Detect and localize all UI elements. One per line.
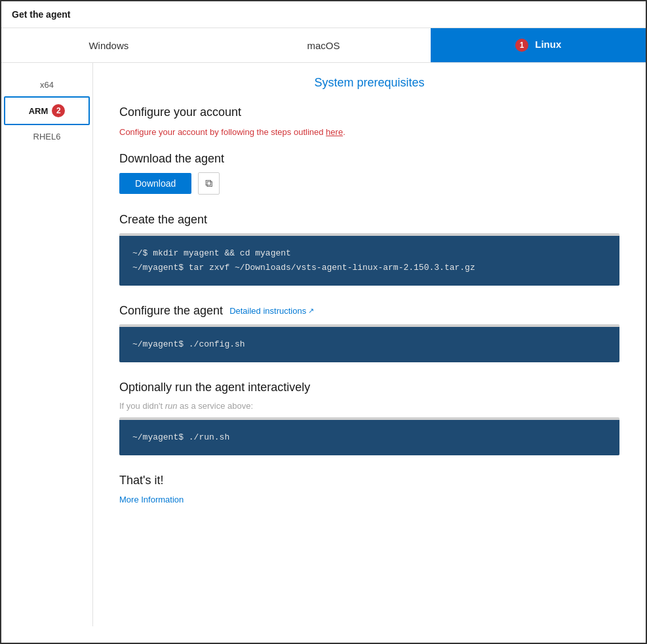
create-agent-code: ~/$ mkdir myagent && cd myagent ~/myagen… — [119, 236, 619, 286]
copy-icon: ⧉ — [205, 178, 212, 189]
download-button[interactable]: Download — [119, 173, 191, 194]
configure-account-link[interactable]: here — [326, 127, 343, 137]
run-agent-code-wrapper: ~/myagent$ ./run.sh — [119, 417, 619, 455]
app-window: Get the agent Windows macOS 1 Linux x64 … — [0, 0, 647, 644]
optional-desc-prefix: If you didn't — [119, 401, 165, 411]
run-agent-code: ~/myagent$ ./run.sh — [119, 420, 619, 455]
optional-desc-suffix: as a service above: — [178, 401, 254, 411]
detailed-instructions-link[interactable]: Detailed instructions ↗ — [229, 306, 314, 316]
create-agent-code-line2: ~/myagent$ tar zxvf ~/Downloads/vsts-age… — [132, 263, 475, 273]
run-agent-code-line1: ~/myagent$ ./run.sh — [132, 432, 229, 442]
download-agent-title: Download the agent — [119, 152, 619, 166]
sidebar-arm-badge: 2 — [52, 104, 65, 117]
system-prerequisites-title: System prerequisites — [119, 76, 619, 90]
detailed-instructions-label: Detailed instructions — [229, 306, 306, 316]
configure-agent-header: Configure the agent Detailed instruction… — [119, 304, 619, 318]
configure-agent-code-line1: ~/myagent$ ./config.sh — [132, 339, 245, 349]
title-bar: Get the agent — [1, 1, 646, 28]
configure-agent-title: Configure the agent — [119, 304, 223, 318]
tab-linux-badge: 1 — [515, 39, 528, 52]
sidebar-arm-label: ARM — [29, 106, 49, 116]
tab-macos[interactable]: macOS — [216, 28, 431, 62]
tab-windows[interactable]: Windows — [1, 28, 216, 62]
configure-account-title: Configure your account — [119, 105, 619, 119]
tab-windows-label: Windows — [88, 40, 128, 51]
configure-agent-code-wrapper: ~/myagent$ ./config.sh — [119, 324, 619, 362]
content-area: x64 ARM 2 RHEL6 System prerequisites Con… — [1, 63, 646, 626]
sidebar-item-rhel6[interactable]: RHEL6 — [1, 125, 92, 148]
optionally-run-title: Optionally run the agent interactively — [119, 381, 619, 394]
external-link-icon: ↗ — [308, 307, 314, 315]
configure-account-desc-suffix: . — [343, 127, 345, 137]
create-agent-code-wrapper: ~/$ mkdir myagent && cd myagent ~/myagen… — [119, 233, 619, 286]
copy-button[interactable]: ⧉ — [198, 172, 220, 195]
title-bar-text: Get the agent — [12, 9, 70, 20]
tab-linux[interactable]: 1 Linux — [431, 28, 646, 62]
tab-macos-label: macOS — [307, 40, 340, 51]
more-information-link[interactable]: More Information — [119, 495, 184, 504]
sidebar: x64 ARM 2 RHEL6 — [1, 63, 93, 626]
create-agent-title: Create the agent — [119, 213, 619, 227]
optional-run-italic: run — [165, 401, 178, 411]
sidebar-x64-label: x64 — [40, 80, 54, 90]
main-content: System prerequisites Configure your acco… — [93, 63, 646, 626]
download-area: Download ⧉ — [119, 172, 619, 195]
configure-agent-code: ~/myagent$ ./config.sh — [119, 327, 619, 362]
thats-it-title: That's it! — [119, 474, 619, 487]
tab-bar: Windows macOS 1 Linux — [1, 28, 646, 63]
configure-account-desc-prefix: Configure your account by following the … — [119, 127, 326, 137]
sidebar-item-x64[interactable]: x64 — [1, 73, 92, 96]
sidebar-item-arm[interactable]: ARM 2 — [4, 96, 90, 125]
configure-account-description: Configure your account by following the … — [119, 126, 619, 139]
sidebar-rhel6-label: RHEL6 — [33, 132, 61, 142]
create-agent-code-line1: ~/$ mkdir myagent && cd myagent — [132, 248, 291, 258]
tab-linux-label: Linux — [535, 39, 561, 50]
optionally-run-description: If you didn't run as a service above: — [119, 401, 619, 411]
